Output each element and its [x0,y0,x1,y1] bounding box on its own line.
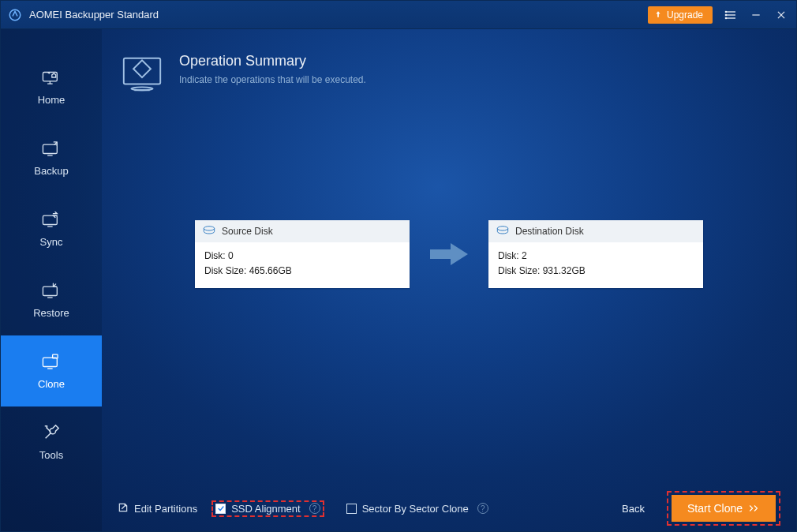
app-title: AOMEI Backupper Standard [29,9,159,21]
sidebar: Home Backup Sync Restore [1,29,102,531]
svg-point-26 [131,87,152,90]
disk-icon [203,226,215,238]
source-disk-card: Source Disk Disk: 0 Disk Size: 465.66GB [195,220,410,288]
destination-disk-size: Disk Size: 931.32GB [498,264,694,279]
sidebar-item-home[interactable]: Home [1,51,102,122]
sync-icon [40,211,62,228]
edit-icon [118,502,129,515]
svg-rect-27 [133,60,151,77]
destination-disk-header: Destination Disk [515,226,584,237]
checkbox-icon [215,504,226,514]
sidebar-label: Sync [40,236,63,248]
edit-partitions-label: Edit Partitions [134,503,197,515]
sidebar-item-tools[interactable]: Tools [1,406,102,478]
sidebar-item-backup[interactable]: Backup [1,122,102,193]
sector-by-sector-label: Sector By Sector Clone [362,503,469,515]
sidebar-label: Tools [39,449,63,461]
home-icon [40,69,62,86]
help-icon[interactable]: ? [309,503,320,514]
chevron-right-icon [749,502,760,515]
restore-icon [40,282,62,299]
sector-by-sector-checkbox[interactable]: Sector By Sector Clone ? [346,503,488,515]
page-title: Operation Summary [179,53,366,69]
upgrade-button[interactable]: Upgrade [648,6,713,24]
summary-icon [119,53,165,94]
svg-rect-13 [43,144,57,153]
upgrade-label: Upgrade [667,9,703,21]
help-icon[interactable]: ? [477,503,488,514]
start-clone-label: Start Clone [687,502,743,515]
sidebar-label: Clone [38,378,65,390]
ssd-alignment-checkbox[interactable]: SSD Alignment ? [215,503,320,515]
svg-point-28 [204,226,214,230]
start-clone-button[interactable]: Start Clone [672,495,776,522]
source-disk-id: Disk: 0 [204,249,400,264]
sidebar-label: Home [38,94,65,106]
sidebar-item-restore[interactable]: Restore [1,264,102,335]
svg-rect-10 [43,72,57,81]
backup-icon [40,140,62,157]
checkbox-icon [346,504,357,514]
svg-point-29 [497,226,507,230]
svg-point-5 [725,14,726,15]
sidebar-item-sync[interactable]: Sync [1,193,102,264]
ssd-alignment-label: SSD Alignment [231,503,300,515]
svg-line-22 [46,433,51,438]
minimize-icon[interactable] [749,8,763,22]
page-subtitle: Indicate the operations that will be exe… [179,74,366,85]
menu-icon[interactable] [724,8,738,22]
edit-partitions-button[interactable]: Edit Partitions [118,502,197,515]
sidebar-label: Restore [33,307,69,319]
disk-icon [496,226,509,238]
tools-icon [40,424,62,441]
sidebar-label: Backup [34,165,68,177]
svg-rect-24 [124,58,160,84]
clone-icon [40,353,62,370]
back-button[interactable]: Back [614,498,653,519]
destination-disk-id: Disk: 2 [498,249,694,264]
arrow-right-icon [425,238,473,270]
sidebar-item-clone[interactable]: Clone [1,335,102,406]
upgrade-icon [654,9,662,21]
svg-rect-19 [43,358,57,366]
destination-disk-card: Destination Disk Disk: 2 Disk Size: 931.… [488,220,703,288]
svg-rect-17 [43,287,57,295]
svg-point-6 [725,17,726,18]
close-icon[interactable] [774,8,788,22]
source-disk-size: Disk Size: 465.66GB [204,264,400,279]
source-disk-header: Source Disk [222,226,273,237]
page-header: Operation Summary Indicate the operation… [102,29,796,94]
svg-point-4 [725,11,726,12]
app-logo-icon [7,7,23,23]
